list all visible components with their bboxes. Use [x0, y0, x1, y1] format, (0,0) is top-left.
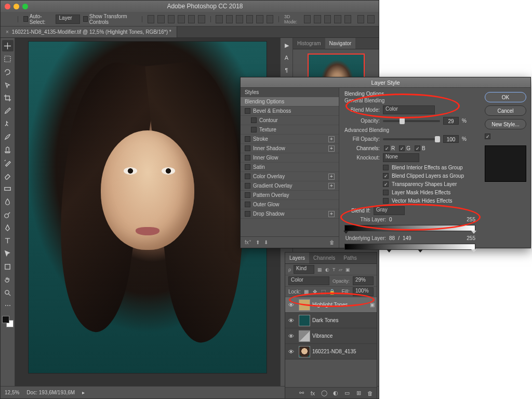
outer-glow-item[interactable]: Outer Glow	[241, 200, 339, 209]
layer-base-image[interactable]: 👁 160221-ND8_4135	[285, 344, 377, 360]
distribute-6-icon[interactable]	[267, 15, 273, 23]
color-overlay-item[interactable]: Color Overlay+	[241, 172, 339, 181]
fx-menu-icon[interactable]: fx˅	[245, 240, 251, 245]
vector-mask-hides-checkbox[interactable]	[383, 198, 389, 204]
filter-kind-select[interactable]: Kind	[294, 265, 314, 274]
type-tool[interactable]	[2, 235, 14, 246]
new-layer-icon[interactable]: ⊞	[355, 390, 362, 397]
layer-thumb[interactable]	[299, 315, 310, 326]
opacity-value[interactable]: 29%	[353, 276, 374, 285]
move-up-icon[interactable]: ⬆	[256, 240, 260, 245]
channel-r-checkbox[interactable]: R	[384, 145, 395, 151]
layer-highlight-tones[interactable]: 👁 Highlight Tones ▣	[285, 297, 377, 313]
blur-tool[interactable]	[2, 196, 14, 207]
eraser-tool[interactable]	[2, 170, 14, 181]
blend-clipped-checkbox[interactable]	[383, 173, 389, 179]
lock-artboard-icon[interactable]: ⬚	[321, 289, 326, 295]
align-top-icon[interactable]	[178, 15, 184, 23]
visibility-toggle-icon[interactable]: 👁	[285, 302, 297, 308]
inner-glow-item[interactable]: Inner Glow	[241, 153, 339, 163]
satin-item[interactable]: Satin	[241, 163, 339, 172]
mask-icon[interactable]: ◯	[321, 390, 328, 397]
eyedropper-tool[interactable]	[2, 105, 14, 116]
layer-effects-icon[interactable]: ▣	[370, 302, 375, 308]
healing-brush-tool[interactable]	[2, 118, 14, 129]
play-icon[interactable]: ▶	[283, 41, 291, 49]
lock-pixels-icon[interactable]: ▦	[304, 289, 309, 295]
filter-smart-icon[interactable]: ▣	[345, 267, 350, 272]
blend-mode-select[interactable]: Color	[383, 105, 435, 114]
window-zoom-button[interactable]	[22, 4, 28, 9]
contour-item[interactable]: Contour	[241, 116, 339, 125]
zoom-tool[interactable]	[2, 287, 14, 298]
fx-icon[interactable]: fx	[309, 390, 316, 397]
history-brush-tool[interactable]	[2, 157, 14, 168]
crop-tool[interactable]	[2, 92, 14, 103]
blending-options-item[interactable]: Blending Options	[241, 97, 339, 107]
foreground-swatch[interactable]	[2, 316, 9, 323]
paragraph-panel-icon[interactable]: ¶	[283, 66, 291, 74]
add-drop-shadow-icon[interactable]: +	[328, 211, 335, 217]
filter-adjust-icon[interactable]: ◐	[325, 267, 329, 272]
mode3d-2-icon[interactable]	[314, 15, 321, 23]
align-bottom-icon[interactable]	[198, 15, 205, 23]
distribute-1-icon[interactable]	[216, 15, 222, 23]
distribute-2-icon[interactable]	[226, 15, 233, 23]
channel-b-checkbox[interactable]: B	[415, 145, 425, 151]
layer-thumb[interactable]	[299, 299, 310, 311]
blend-interior-checkbox[interactable]	[383, 165, 389, 170]
bevel-emboss-item[interactable]: Bevel & Emboss	[241, 107, 339, 116]
histogram-tab[interactable]: Histogram	[293, 38, 325, 49]
align-left-icon[interactable]	[148, 15, 154, 23]
this-layer-range[interactable]	[344, 225, 475, 231]
auto-select-target-select[interactable]: Layer	[56, 15, 80, 24]
zoom-value[interactable]: 12,5%	[5, 390, 19, 395]
filter-type-icon[interactable]: T	[332, 267, 336, 272]
dialog-title[interactable]: Layer Style	[241, 77, 530, 88]
add-gradient-overlay-icon[interactable]: +	[328, 183, 335, 189]
layer-vibrance[interactable]: 👁 Vibrance	[285, 328, 377, 344]
show-transform-checkbox[interactable]: Show Transform Controls	[83, 14, 137, 25]
layer-mask-hides-checkbox[interactable]	[383, 190, 389, 195]
marquee-tool[interactable]	[2, 53, 14, 64]
fill-value[interactable]: 100%	[353, 287, 374, 296]
layer-name[interactable]: 160221-ND8_4135	[312, 349, 377, 354]
stroke-item[interactable]: Stroke+	[241, 135, 339, 144]
distribute-5-icon[interactable]	[256, 15, 263, 23]
layer-name[interactable]: Vibrance	[312, 333, 377, 339]
adjustment-icon[interactable]: ◐	[332, 390, 339, 397]
layer-name[interactable]: Highlight Tones	[312, 302, 370, 308]
paths-tab[interactable]: Paths	[339, 252, 361, 263]
knockout-select[interactable]: None	[383, 153, 419, 162]
brush-tool[interactable]	[2, 131, 14, 142]
path-select-tool[interactable]	[2, 248, 14, 259]
align-center-v-icon[interactable]	[188, 15, 195, 23]
edit-toolbar-icon[interactable]: ⋯	[2, 300, 14, 311]
mode3d-1-icon[interactable]	[304, 15, 311, 23]
lasso-tool[interactable]	[2, 66, 14, 77]
drop-shadow-item[interactable]: Drop Shadow+	[241, 209, 339, 219]
gradient-overlay-item[interactable]: Gradient Overlay+	[241, 181, 339, 191]
distribute-4-icon[interactable]	[246, 15, 253, 23]
inner-shadow-item[interactable]: Inner Shadow+	[241, 144, 339, 153]
document-canvas[interactable]	[28, 41, 267, 374]
pattern-overlay-item[interactable]: Pattern Overlay	[241, 191, 339, 200]
texture-item[interactable]: Texture	[241, 125, 339, 135]
layer-blend-mode-select[interactable]: Color	[288, 276, 329, 285]
quick-select-tool[interactable]	[2, 79, 14, 90]
close-tab-icon[interactable]: ×	[6, 29, 9, 35]
add-inner-shadow-icon[interactable]: +	[328, 145, 335, 152]
channels-tab[interactable]: Channels	[309, 252, 339, 263]
visibility-toggle-icon[interactable]: 👁	[285, 333, 297, 339]
mode3d-5-icon[interactable]	[344, 15, 351, 23]
add-stroke-icon[interactable]: +	[328, 136, 335, 142]
trash-icon[interactable]: 🗑	[366, 390, 374, 397]
distribute-3-icon[interactable]	[236, 15, 243, 23]
lock-all-icon[interactable]: 🔒	[329, 289, 335, 295]
move-tool[interactable]	[2, 40, 14, 51]
clone-stamp-tool[interactable]	[2, 144, 14, 155]
fill-opacity-value[interactable]: 100	[443, 135, 459, 143]
link-layers-icon[interactable]: ⚯	[298, 390, 305, 397]
window-minimize-button[interactable]	[14, 4, 19, 9]
share-icon[interactable]	[367, 15, 374, 23]
